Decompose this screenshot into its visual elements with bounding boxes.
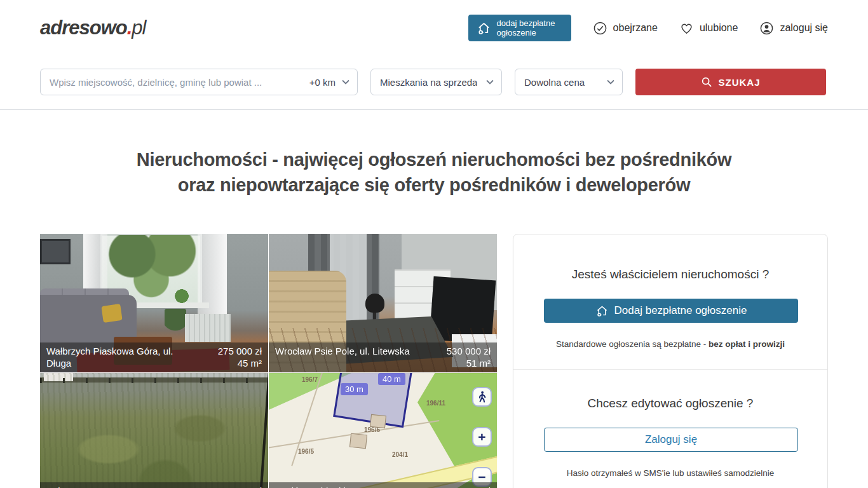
listing-card[interactable]: Wrocław Psie Pole, ul. Litewska 530 000 …: [269, 234, 497, 372]
listing-map: 30 m 40 m 196/7 196/11 196/6 196/5 204/1: [269, 373, 497, 488]
price-value: Dowolna cena: [524, 77, 585, 88]
owner-note-text: Standardowe ogłoszenia są bezpłatne -: [556, 339, 709, 349]
add-listing-button[interactable]: dodaj bezpłatne ogłoszenie: [468, 15, 571, 41]
nav-item-login[interactable]: zaloguj się: [759, 21, 828, 36]
parcel-number: 196/7: [302, 376, 318, 383]
edit-panel: Chcesz edytować ogłoszenie ? Zaloguj się…: [544, 370, 797, 478]
nav-item-favorites-label: ulubione: [700, 22, 738, 34]
add-free-listing-label: Dodaj bezpłatne ogłoszenie: [614, 304, 747, 317]
listing-price: 275 000 zł: [218, 345, 262, 357]
house-plus-icon: [477, 21, 491, 36]
listing-area: 51 m²: [447, 357, 491, 369]
parcel-number: 196/11: [426, 400, 445, 407]
walking-person-icon: [477, 391, 487, 403]
search-bar: +0 km Mieszkania na sprzeda Dowolna cena: [0, 56, 868, 110]
listing-location: Kozłów Dobienki: [275, 485, 346, 488]
listing-price: 110 000 zł: [447, 485, 491, 488]
category-value: Mieszkania na sprzeda: [380, 77, 477, 88]
map-zoom-in-button[interactable]: +: [472, 427, 492, 447]
search-submit-button[interactable]: SZUKAJ: [635, 69, 826, 95]
edit-note: Hasło otrzymałeś w SMS'ie lub ustawiłeś …: [544, 468, 797, 478]
house-plus-icon: [595, 304, 609, 318]
login-button[interactable]: Zaloguj się: [544, 428, 798, 452]
listing-photo: [40, 373, 268, 488]
radius-select[interactable]: +0 km: [303, 77, 349, 88]
listing-overlay: Kajew 120 000 zł: [40, 482, 268, 488]
listing-card-map[interactable]: 30 m 40 m 196/7 196/11 196/6 196/5 204/1: [269, 373, 497, 488]
listing-card[interactable]: Wałbrzych Piaskowa Góra, ul. Długa 275 0…: [40, 234, 268, 372]
map-pedestrian-button[interactable]: [472, 387, 492, 407]
edit-heading: Chcesz edytować ogłoszenie ?: [544, 396, 797, 410]
nav-item-viewed[interactable]: obejrzane: [593, 21, 658, 36]
logo-name: adresowo: [40, 17, 127, 39]
header: adresowo.pl dodaj bezpłatne ogłoszenie o…: [0, 0, 868, 56]
parcel-number: 204/1: [392, 451, 408, 458]
search-icon: [701, 76, 712, 88]
listing-location: Kajew: [46, 485, 72, 488]
chevron-down-icon: [607, 79, 614, 85]
location-search-box: +0 km: [40, 69, 358, 95]
check-circle-icon: [593, 21, 607, 36]
listing-price: 120 000 zł: [218, 485, 262, 488]
nav-item-viewed-label: obejrzane: [613, 22, 658, 34]
owner-panel: Jesteś właścicielem nieruchomości ? Doda…: [513, 234, 828, 488]
owner-note-bold: bez opłat i prowizji: [709, 339, 785, 349]
search-submit-label: SZUKAJ: [718, 77, 760, 88]
chevron-down-icon: [342, 79, 349, 85]
chevron-down-icon: [486, 79, 494, 85]
category-select[interactable]: Mieszkania na sprzeda: [370, 69, 502, 95]
location-input[interactable]: [50, 77, 303, 88]
listing-location: Wrocław Psie Pole, ul. Litewska: [275, 345, 409, 369]
listing-overlay: Wrocław Psie Pole, ul. Litewska 530 000 …: [269, 342, 497, 372]
plus-icon: +: [478, 430, 485, 445]
header-nav: dodaj bezpłatne ogłoszenie obejrzane ulu…: [468, 15, 828, 41]
heart-icon: [679, 21, 694, 36]
logo[interactable]: adresowo.pl: [40, 17, 146, 39]
distance-label: 40 m: [378, 373, 405, 385]
nav-item-login-label: zaloguj się: [780, 22, 828, 34]
nav-item-favorites[interactable]: ulubione: [679, 21, 738, 36]
listing-price: 530 000 zł: [447, 345, 491, 357]
listing-area: 45 m²: [218, 357, 262, 369]
listing-overlay: Wałbrzych Piaskowa Góra, ul. Długa 275 0…: [40, 342, 268, 372]
listing-location: Wałbrzych Piaskowa Góra, ul. Długa: [46, 345, 183, 369]
logo-tld: pl: [132, 17, 146, 39]
page-title: Nieruchomości - najwięcej ogłoszeń nieru…: [0, 147, 868, 198]
parcel-number: 196/5: [298, 448, 314, 455]
listing-card[interactable]: Kajew 120 000 zł: [40, 373, 268, 488]
price-select[interactable]: Dowolna cena: [515, 69, 623, 95]
add-free-listing-button[interactable]: Dodaj bezpłatne ogłoszenie: [544, 299, 798, 323]
user-circle-icon: [759, 21, 774, 36]
listing-overlay: Kozłów Dobienki 110 000 zł: [269, 482, 497, 488]
listings-grid: Wałbrzych Piaskowa Góra, ul. Długa 275 0…: [40, 234, 497, 488]
owner-heading: Jesteś właścicielem nieruchomości ?: [544, 268, 797, 281]
owner-note: Standardowe ogłoszenia są bezpłatne - be…: [544, 339, 797, 349]
page-title-line2: oraz niepowtarzające się oferty pośredni…: [178, 175, 690, 195]
page-title-line1: Nieruchomości - najwięcej ogłoszeń nieru…: [137, 149, 731, 170]
radius-value: +0 km: [309, 77, 336, 88]
add-listing-label: dodaj bezpłatne ogłoszenie: [497, 18, 563, 37]
distance-label: 30 m: [341, 383, 368, 395]
